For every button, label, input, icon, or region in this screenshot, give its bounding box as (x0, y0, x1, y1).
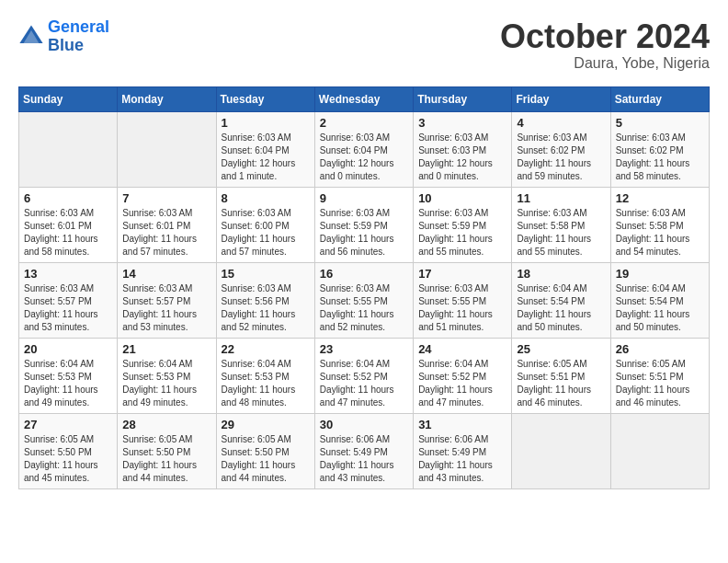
day-number: 21 (122, 342, 210, 356)
day-number: 27 (24, 418, 112, 431)
calendar-cell (512, 413, 610, 488)
calendar-cell: 19Sunrise: 6:04 AM Sunset: 5:54 PM Dayli… (610, 262, 709, 338)
calendar-cell: 18Sunrise: 6:04 AM Sunset: 5:54 PM Dayli… (512, 262, 610, 338)
calendar-cell: 28Sunrise: 6:05 AM Sunset: 5:50 PM Dayli… (118, 413, 216, 488)
calendar-cell: 29Sunrise: 6:05 AM Sunset: 5:50 PM Dayli… (216, 413, 314, 488)
calendar-cell (610, 413, 709, 488)
day-number: 5 (616, 116, 704, 130)
calendar-cell: 30Sunrise: 6:06 AM Sunset: 5:49 PM Dayli… (314, 413, 413, 488)
calendar-cell: 11Sunrise: 6:03 AM Sunset: 5:58 PM Dayli… (512, 187, 610, 262)
day-info: Sunrise: 6:03 AM Sunset: 6:00 PM Dayligh… (222, 207, 310, 259)
day-info: Sunrise: 6:03 AM Sunset: 5:55 PM Dayligh… (320, 282, 408, 334)
calendar-body: 1Sunrise: 6:03 AM Sunset: 6:04 PM Daylig… (19, 111, 710, 488)
day-info: Sunrise: 6:03 AM Sunset: 6:04 PM Dayligh… (222, 132, 310, 183)
day-info: Sunrise: 6:05 AM Sunset: 5:50 PM Dayligh… (24, 433, 112, 485)
day-info: Sunrise: 6:03 AM Sunset: 5:57 PM Dayligh… (24, 282, 112, 334)
calendar-cell: 9Sunrise: 6:03 AM Sunset: 5:59 PM Daylig… (314, 187, 413, 262)
day-info: Sunrise: 6:04 AM Sunset: 5:53 PM Dayligh… (222, 358, 310, 409)
col-monday: Monday (118, 86, 216, 111)
main-title: October 2024 (500, 18, 710, 55)
sub-title: Daura, Yobe, Nigeria (500, 55, 710, 72)
calendar-week-row: 27Sunrise: 6:05 AM Sunset: 5:50 PM Dayli… (19, 413, 710, 488)
day-number: 14 (122, 267, 210, 281)
day-info: Sunrise: 6:04 AM Sunset: 5:52 PM Dayligh… (320, 358, 408, 409)
calendar-cell: 4Sunrise: 6:03 AM Sunset: 6:02 PM Daylig… (512, 111, 610, 187)
day-number: 28 (122, 418, 210, 431)
col-saturday: Saturday (610, 86, 709, 111)
title-block: October 2024 Daura, Yobe, Nigeria (500, 18, 710, 72)
day-number: 2 (320, 116, 408, 130)
calendar-cell (19, 111, 118, 187)
col-wednesday: Wednesday (314, 86, 413, 111)
calendar-cell: 8Sunrise: 6:03 AM Sunset: 6:00 PM Daylig… (216, 187, 314, 262)
page-header: General Blue October 2024 Daura, Yobe, N… (18, 18, 710, 72)
calendar-cell: 1Sunrise: 6:03 AM Sunset: 6:04 PM Daylig… (216, 111, 314, 187)
day-info: Sunrise: 6:03 AM Sunset: 5:55 PM Dayligh… (418, 282, 506, 334)
col-thursday: Thursday (414, 86, 512, 111)
day-number: 11 (517, 191, 605, 205)
calendar-cell: 26Sunrise: 6:05 AM Sunset: 5:51 PM Dayli… (610, 338, 709, 413)
logo-line2: Blue (48, 36, 84, 54)
day-number: 6 (24, 191, 112, 205)
day-number: 12 (616, 191, 704, 205)
calendar-week-row: 1Sunrise: 6:03 AM Sunset: 6:04 PM Daylig… (19, 111, 710, 187)
day-number: 19 (616, 267, 704, 281)
day-info: Sunrise: 6:05 AM Sunset: 5:51 PM Dayligh… (616, 358, 704, 409)
day-info: Sunrise: 6:03 AM Sunset: 5:58 PM Dayligh… (517, 207, 605, 259)
day-number: 31 (418, 418, 506, 431)
calendar-header: Sunday Monday Tuesday Wednesday Thursday… (19, 86, 710, 111)
calendar-table: Sunday Monday Tuesday Wednesday Thursday… (18, 86, 710, 489)
calendar-cell: 10Sunrise: 6:03 AM Sunset: 5:59 PM Dayli… (414, 187, 512, 262)
day-info: Sunrise: 6:06 AM Sunset: 5:49 PM Dayligh… (320, 433, 408, 485)
day-number: 29 (222, 418, 310, 431)
day-info: Sunrise: 6:03 AM Sunset: 6:01 PM Dayligh… (122, 207, 210, 259)
calendar-week-row: 20Sunrise: 6:04 AM Sunset: 5:53 PM Dayli… (19, 338, 710, 413)
calendar-week-row: 6Sunrise: 6:03 AM Sunset: 6:01 PM Daylig… (19, 187, 710, 262)
calendar-week-row: 13Sunrise: 6:03 AM Sunset: 5:57 PM Dayli… (19, 262, 710, 338)
logo-text: General Blue (48, 18, 109, 55)
calendar-cell: 25Sunrise: 6:05 AM Sunset: 5:51 PM Dayli… (512, 338, 610, 413)
calendar-cell: 20Sunrise: 6:04 AM Sunset: 5:53 PM Dayli… (19, 338, 118, 413)
day-info: Sunrise: 6:04 AM Sunset: 5:54 PM Dayligh… (517, 282, 605, 334)
day-number: 20 (24, 342, 112, 356)
day-info: Sunrise: 6:04 AM Sunset: 5:53 PM Dayligh… (24, 358, 112, 409)
day-number: 22 (222, 342, 310, 356)
day-number: 26 (616, 342, 704, 356)
calendar-cell: 24Sunrise: 6:04 AM Sunset: 5:52 PM Dayli… (414, 338, 512, 413)
day-info: Sunrise: 6:03 AM Sunset: 5:59 PM Dayligh… (418, 207, 506, 259)
calendar-cell (118, 111, 216, 187)
calendar-cell: 5Sunrise: 6:03 AM Sunset: 6:02 PM Daylig… (610, 111, 709, 187)
day-info: Sunrise: 6:03 AM Sunset: 5:58 PM Dayligh… (616, 207, 704, 259)
col-friday: Friday (512, 86, 610, 111)
col-tuesday: Tuesday (216, 86, 314, 111)
calendar-cell: 12Sunrise: 6:03 AM Sunset: 5:58 PM Dayli… (610, 187, 709, 262)
day-info: Sunrise: 6:03 AM Sunset: 6:02 PM Dayligh… (517, 132, 605, 183)
logo: General Blue (18, 18, 109, 55)
day-number: 9 (320, 191, 408, 205)
day-number: 8 (222, 191, 310, 205)
day-info: Sunrise: 6:03 AM Sunset: 5:57 PM Dayligh… (122, 282, 210, 334)
day-number: 10 (418, 191, 506, 205)
day-info: Sunrise: 6:04 AM Sunset: 5:54 PM Dayligh… (616, 282, 704, 334)
calendar-cell: 2Sunrise: 6:03 AM Sunset: 6:04 PM Daylig… (314, 111, 413, 187)
calendar-cell: 13Sunrise: 6:03 AM Sunset: 5:57 PM Dayli… (19, 262, 118, 338)
day-info: Sunrise: 6:03 AM Sunset: 6:03 PM Dayligh… (418, 132, 506, 183)
logo-icon (18, 24, 44, 50)
calendar-cell: 22Sunrise: 6:04 AM Sunset: 5:53 PM Dayli… (216, 338, 314, 413)
day-number: 18 (517, 267, 605, 281)
logo-line1: General (48, 17, 109, 36)
calendar-cell: 31Sunrise: 6:06 AM Sunset: 5:49 PM Dayli… (414, 413, 512, 488)
header-row: Sunday Monday Tuesday Wednesday Thursday… (19, 86, 710, 111)
calendar-cell: 6Sunrise: 6:03 AM Sunset: 6:01 PM Daylig… (19, 187, 118, 262)
calendar-cell: 27Sunrise: 6:05 AM Sunset: 5:50 PM Dayli… (19, 413, 118, 488)
day-info: Sunrise: 6:04 AM Sunset: 5:53 PM Dayligh… (122, 358, 210, 409)
day-number: 1 (222, 116, 310, 130)
day-info: Sunrise: 6:06 AM Sunset: 5:49 PM Dayligh… (418, 433, 506, 485)
calendar-cell: 15Sunrise: 6:03 AM Sunset: 5:56 PM Dayli… (216, 262, 314, 338)
calendar-cell: 16Sunrise: 6:03 AM Sunset: 5:55 PM Dayli… (314, 262, 413, 338)
day-number: 13 (24, 267, 112, 281)
day-info: Sunrise: 6:03 AM Sunset: 6:01 PM Dayligh… (24, 207, 112, 259)
day-number: 7 (122, 191, 210, 205)
calendar-cell: 3Sunrise: 6:03 AM Sunset: 6:03 PM Daylig… (414, 111, 512, 187)
calendar-cell: 23Sunrise: 6:04 AM Sunset: 5:52 PM Dayli… (314, 338, 413, 413)
